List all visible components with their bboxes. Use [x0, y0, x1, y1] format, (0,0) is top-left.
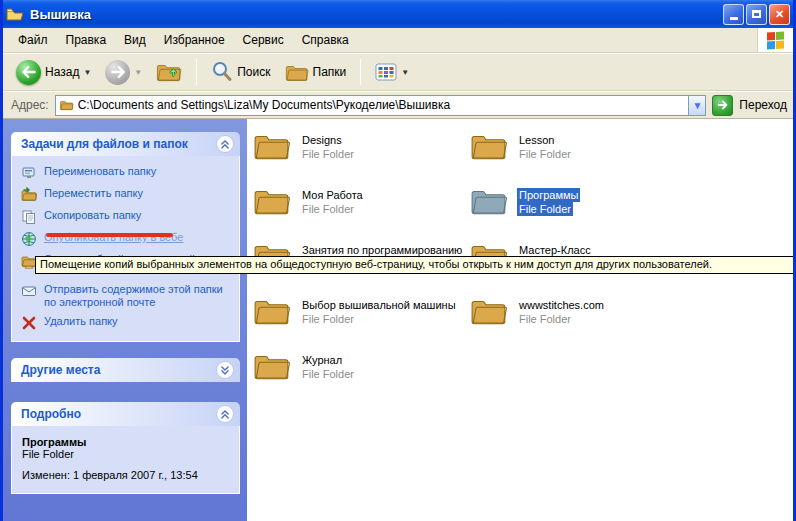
move-folder-icon — [21, 187, 37, 203]
task-rename-folder[interactable]: Переименовать папку — [21, 165, 235, 181]
search-button[interactable]: Поиск — [206, 59, 275, 85]
folder-item-vybor-mashiny[interactable]: Выбор вышивальной машиныFile Folder — [253, 295, 468, 327]
panel-title: Подробно — [21, 407, 81, 421]
folder-icon-selected — [470, 185, 508, 217]
task-delete-folder[interactable]: Удалить папку — [21, 315, 235, 331]
folder-item-wwwstitches[interactable]: wwwstitches.comFile Folder — [470, 295, 685, 327]
panel-details-body: Программы File Folder Изменен: 1 февраля… — [11, 426, 240, 494]
panel-details: Подробно Программы File Folder Изменен: … — [11, 402, 240, 494]
menu-view[interactable]: Вид — [115, 30, 155, 50]
email-icon — [21, 283, 37, 299]
minimize-icon — [730, 17, 738, 20]
menu-bar: Файл Правка Вид Избранное Сервис Справка — [3, 28, 793, 53]
address-folder-icon — [59, 98, 74, 112]
address-label: Адрес: — [11, 98, 49, 112]
folder-icon — [253, 350, 291, 382]
content-area: Задачи для файлов и папок Переименовать … — [3, 119, 793, 521]
panel-other-places: Другие места — [11, 358, 240, 382]
panel-title: Задачи для файлов и папок — [21, 137, 188, 151]
menu-favorites[interactable]: Избранное — [155, 30, 234, 50]
windows-logo-icon — [757, 28, 793, 52]
folder-item-moya-rabota[interactable]: Моя РаботаFile Folder — [253, 185, 468, 217]
maximize-button[interactable] — [746, 4, 767, 25]
toolbar-separator — [196, 59, 197, 85]
annotation-red-underline — [46, 233, 173, 237]
panel-file-tasks-header[interactable]: Задачи для файлов и папок — [11, 132, 240, 156]
folder-up-icon — [156, 60, 182, 84]
go-label: Переход — [739, 98, 787, 112]
folder-icon — [253, 185, 291, 217]
search-label: Поиск — [237, 65, 270, 79]
task-pane: Задачи для файлов и папок Переименовать … — [3, 119, 247, 521]
address-bar: Адрес: C:\Documents and Settings\Liza\My… — [3, 92, 793, 119]
back-dropdown-icon[interactable]: ▼ — [83, 68, 91, 77]
task-email-folder[interactable]: Отправить содержимое этой папки по элект… — [21, 283, 235, 309]
menu-file[interactable]: Файл — [9, 30, 57, 50]
file-list: DesignsFile Folder LessonFile Folder Моя… — [247, 119, 793, 521]
views-icon — [375, 63, 397, 81]
panel-file-tasks-body: Переименовать папку Переместить папку Ск… — [11, 156, 240, 342]
folder-icon — [470, 295, 508, 327]
views-button[interactable]: ▼ — [370, 61, 414, 83]
tooltip: Помещение копий выбранных элементов на о… — [35, 256, 794, 274]
menu-edit[interactable]: Правка — [57, 30, 116, 50]
details-modified: Изменен: 1 февраля 2007 г., 13:54 — [22, 469, 231, 481]
folder-icon — [470, 130, 508, 162]
address-path: C:\Documents and Settings\Liza\My Docume… — [78, 98, 689, 112]
go-button[interactable] — [712, 95, 733, 116]
chevron-down-icon[interactable] — [216, 361, 234, 379]
minimize-button[interactable] — [723, 4, 744, 25]
search-icon — [211, 61, 233, 83]
back-label: Назад — [45, 65, 79, 79]
menu-help[interactable]: Справка — [293, 30, 358, 50]
window-folder-icon — [6, 6, 24, 22]
back-icon — [16, 60, 41, 85]
folder-item-designs[interactable]: DesignsFile Folder — [253, 130, 468, 162]
close-button[interactable]: ✕ — [769, 4, 790, 25]
folder-icon — [253, 295, 291, 327]
details-folder-type: File Folder — [22, 448, 231, 460]
window-title: Вышивка — [30, 7, 723, 22]
folders-button[interactable]: Папки — [280, 60, 352, 85]
copy-folder-icon — [21, 209, 37, 225]
forward-dropdown-icon: ▼ — [134, 68, 142, 77]
folder-item-zhurnal[interactable]: ЖурналFile Folder — [253, 350, 468, 382]
menu-tools[interactable]: Сервис — [234, 30, 293, 50]
folder-item-programmy-selected[interactable]: ПрограммыFile Folder — [470, 185, 685, 217]
task-move-folder[interactable]: Переместить папку — [21, 187, 235, 203]
maximize-icon — [752, 10, 761, 18]
panel-title: Другие места — [21, 363, 100, 377]
panel-other-places-header[interactable]: Другие места — [11, 358, 240, 382]
delete-icon — [21, 315, 37, 331]
address-field[interactable]: C:\Documents and Settings\Liza\My Docume… — [55, 95, 707, 116]
chevron-up-icon[interactable] — [216, 135, 234, 153]
explorer-window: Вышивка ✕ Файл Правка Вид Избранное Серв… — [0, 0, 796, 521]
up-button[interactable] — [151, 58, 187, 86]
folder-item-lesson[interactable]: LessonFile Folder — [470, 130, 685, 162]
folders-label: Папки — [313, 65, 347, 79]
folders-icon — [285, 62, 309, 83]
folder-icon — [253, 130, 291, 162]
toolbar-separator — [360, 59, 361, 85]
toolbar: Назад ▼ ▼ Поиск Пап — [3, 54, 793, 91]
views-dropdown-icon[interactable]: ▼ — [401, 68, 409, 77]
chevron-up-icon[interactable] — [216, 405, 234, 423]
back-button[interactable]: Назад ▼ — [11, 58, 96, 87]
address-dropdown-button[interactable]: ▼ — [688, 96, 705, 115]
panel-file-tasks: Задачи для файлов и папок Переименовать … — [11, 132, 240, 342]
publish-web-icon — [21, 231, 37, 247]
titlebar: Вышивка ✕ — [0, 0, 796, 28]
panel-details-header[interactable]: Подробно — [11, 402, 240, 426]
rename-folder-icon — [21, 165, 37, 181]
details-folder-name: Программы — [22, 436, 231, 448]
forward-button[interactable]: ▼ — [100, 58, 147, 87]
forward-icon — [105, 60, 130, 85]
task-copy-folder[interactable]: Скопировать папку — [21, 209, 235, 225]
